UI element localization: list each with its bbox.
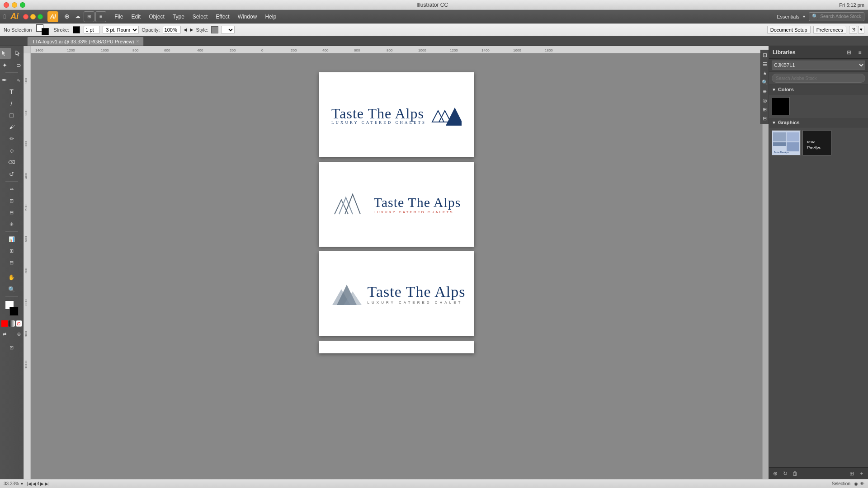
delete-from-library-btn[interactable]: 🗑 bbox=[791, 469, 800, 478]
shaper-tool-btn[interactable]: ◇ bbox=[5, 145, 19, 156]
panel-grid-view-btn[interactable]: ⊞ bbox=[844, 48, 854, 57]
zoom-tool-btn[interactable]: 🔍 bbox=[5, 284, 19, 295]
opacity-next[interactable]: ▶ bbox=[190, 27, 193, 32]
black-color-swatch[interactable] bbox=[772, 97, 790, 115]
align-options[interactable]: ⊡ ▾ bbox=[849, 26, 864, 34]
toolbar-icons[interactable]: ⊕ ☁ ⊞ ≡ bbox=[62, 11, 106, 22]
free-transform-btn[interactable]: ⊡ bbox=[5, 195, 19, 206]
stroke-indicator[interactable] bbox=[9, 307, 19, 316]
type-tool-btn[interactable]: T bbox=[5, 86, 19, 97]
lasso-tools[interactable]: ✦ ⊃ bbox=[0, 60, 24, 70]
panel-side-btn-3[interactable]: ★ bbox=[761, 70, 769, 77]
traffic-lights[interactable] bbox=[4, 2, 25, 8]
align-left-btn[interactable]: ⊡ bbox=[849, 26, 857, 34]
step-back-btn[interactable]: ◀ bbox=[33, 481, 36, 486]
pen-tool-btn[interactable]: ✒ bbox=[0, 75, 11, 85]
fullscreen-btn[interactable] bbox=[38, 14, 43, 19]
step-forward-btn[interactable]: ▶ bbox=[40, 481, 44, 486]
menu-window[interactable]: Window bbox=[234, 13, 261, 21]
prev-artboard-btn[interactable]: |◀ bbox=[27, 481, 32, 486]
document-tab[interactable]: TTA-logov1.ai @ 33.33% (RGB/GPU Preview)… bbox=[27, 37, 144, 46]
preferences-btn[interactable]: Preferences bbox=[813, 26, 846, 34]
new-btn[interactable]: ⊕ bbox=[62, 11, 72, 21]
pencil-tool-btn[interactable]: ✏ bbox=[5, 133, 19, 144]
pen-tools[interactable]: ✒ ∿ bbox=[0, 75, 24, 85]
swap-colors-btn[interactable]: ⇄ bbox=[0, 328, 11, 339]
panel-side-controls[interactable]: ⊡ ☰ ★ 🔍 ⊕ ◎ ⊞ ⊟ bbox=[760, 50, 769, 124]
color-btn[interactable] bbox=[1, 320, 8, 327]
panel-expand-btn[interactable]: ⊞ bbox=[847, 469, 856, 478]
rect-tool-btn[interactable]: □ bbox=[5, 110, 19, 121]
default-colors-btn[interactable]: ◎ bbox=[12, 328, 24, 339]
none-btn[interactable]: ∅ bbox=[16, 320, 22, 327]
stock-search[interactable]: 🔍 Search Adobe Stock bbox=[809, 12, 864, 21]
direct-select-tool-btn[interactable] bbox=[12, 48, 24, 59]
workspace-btn[interactable]: ⊞ bbox=[84, 11, 94, 22]
opacity-prev[interactable]: ◀ bbox=[184, 27, 187, 32]
menu-effect[interactable]: Effect bbox=[212, 13, 233, 21]
menu-help[interactable]: Help bbox=[261, 13, 280, 21]
menu-edit[interactable]: Edit bbox=[127, 13, 144, 21]
select-tools[interactable] bbox=[0, 48, 24, 59]
perspective-btn[interactable]: ⊟ bbox=[5, 207, 19, 218]
sync-btn[interactable]: ↻ bbox=[781, 469, 790, 478]
artboard-2[interactable]: Taste The Alps LUXURY CATERED CHALETS bbox=[319, 162, 474, 247]
width-tool-btn[interactable]: ⇔ bbox=[5, 183, 19, 194]
graphic-thumb-2[interactable]: Taste The Alps bbox=[802, 130, 831, 155]
curvature-tool-btn[interactable]: ∿ bbox=[12, 75, 24, 85]
hand-tool-btn[interactable]: ✋ bbox=[5, 272, 19, 283]
maximize-button[interactable] bbox=[20, 2, 25, 8]
zoom-dropdown[interactable]: ▾ bbox=[21, 481, 23, 486]
menu-type[interactable]: Type bbox=[169, 13, 188, 21]
color-mode-btns[interactable]: ∅ bbox=[1, 320, 22, 327]
document-setup-btn[interactable]: Document Setup bbox=[767, 26, 811, 34]
stock-search-placeholder[interactable]: Search Adobe Stock bbox=[820, 14, 861, 19]
magic-wand-tool-btn[interactable]: ✦ bbox=[0, 60, 11, 70]
panel-add-btn[interactable]: + bbox=[857, 469, 866, 478]
selection-tool-btn[interactable] bbox=[0, 48, 11, 59]
panel-side-btn-7[interactable]: ⊞ bbox=[761, 106, 769, 113]
libraries-search-input[interactable] bbox=[772, 74, 865, 83]
panel-side-btn-4[interactable]: 🔍 bbox=[761, 79, 769, 86]
tab-close-btn[interactable]: × bbox=[137, 39, 139, 44]
library-select[interactable]: CJKB7L1 bbox=[772, 61, 865, 70]
align-drop-btn[interactable]: ▾ bbox=[858, 26, 864, 34]
stroke-weight-input[interactable] bbox=[84, 26, 100, 34]
library-selector[interactable]: CJKB7L1 bbox=[769, 59, 868, 72]
artboard-3[interactable]: Taste The Alps LUXURY CATERED CHALET bbox=[319, 251, 474, 336]
libraries-search[interactable] bbox=[769, 72, 868, 85]
essentials-arrow[interactable]: ▾ bbox=[803, 14, 805, 19]
view-btn[interactable]: ≡ bbox=[95, 11, 106, 22]
stroke-color-swatch[interactable] bbox=[73, 26, 80, 33]
colors-section-header[interactable]: ▼ Colors bbox=[769, 85, 868, 94]
panel-list-view-btn[interactable]: ≡ bbox=[855, 48, 864, 57]
panel-side-btn-5[interactable]: ⊕ bbox=[761, 88, 769, 95]
line-tool-btn[interactable]: / bbox=[5, 98, 19, 109]
graphics-section-header[interactable]: ▼ Graphics bbox=[769, 118, 868, 127]
close-button[interactable] bbox=[4, 2, 9, 8]
artboard-1[interactable]: Taste The Alps LUXURY CATERED CHALETS bbox=[319, 72, 474, 157]
artboard-btn[interactable]: ⊞ bbox=[5, 245, 19, 256]
slice-btn[interactable]: ⊟ bbox=[5, 257, 19, 268]
next-artboard-btn[interactable]: ▶| bbox=[45, 481, 50, 486]
panel-side-btn-2[interactable]: ☰ bbox=[761, 61, 769, 68]
artboard-nav[interactable]: |◀ ◀ 4 ▶ ▶| bbox=[27, 481, 50, 486]
panel-side-btn-8[interactable]: ⊟ bbox=[761, 115, 769, 122]
stroke-type-select[interactable]: 3 pt. Round bbox=[103, 26, 139, 34]
menu-file[interactable]: File bbox=[111, 13, 127, 21]
style-swatch[interactable] bbox=[211, 26, 218, 33]
fill-stroke-indicator[interactable] bbox=[36, 24, 49, 35]
paint-brush-tool-btn[interactable]: 🖌 bbox=[5, 122, 19, 132]
stroke-swatch[interactable] bbox=[42, 28, 49, 35]
color-indicator[interactable] bbox=[4, 300, 19, 316]
style-select[interactable] bbox=[221, 26, 235, 34]
lasso-tool-btn[interactable]: ⊃ bbox=[12, 60, 24, 70]
artboards-container[interactable]: Taste The Alps LUXURY CATERED CHALETS bbox=[31, 53, 762, 479]
window-controls[interactable] bbox=[23, 14, 43, 19]
symbol-btn[interactable]: ✳ bbox=[5, 219, 19, 230]
close-btn[interactable] bbox=[23, 14, 28, 19]
menu-object[interactable]: Object bbox=[145, 13, 168, 21]
add-to-library-btn[interactable]: ⊕ bbox=[771, 469, 780, 478]
minimize-button[interactable] bbox=[12, 2, 17, 8]
canvas-area[interactable]: 1400 1200 1000 800 600 400 200 0 200 400… bbox=[24, 46, 769, 479]
